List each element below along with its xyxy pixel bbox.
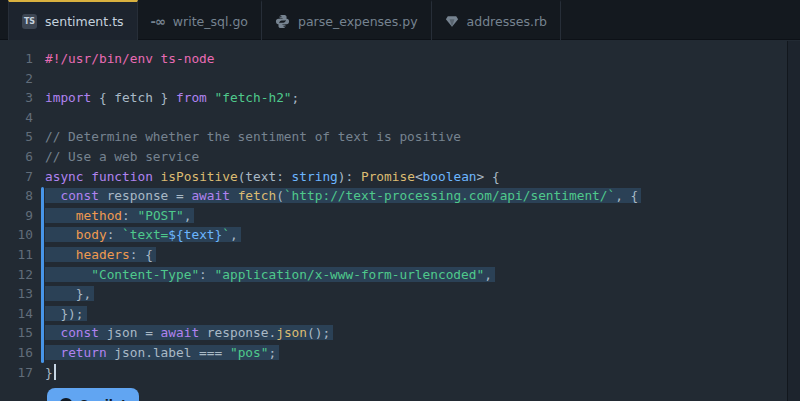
- tab-label: addresses.rb: [467, 14, 547, 29]
- code-text: const response = await fetch(`http://tex…: [33, 186, 641, 206]
- code-line[interactable]: 1#!/usr/bin/env ts-node: [0, 49, 800, 69]
- code-text: "Content-Type": "application/x-www-form-…: [33, 265, 495, 285]
- line-number[interactable]: 17: [0, 363, 33, 383]
- line-number[interactable]: 1: [0, 49, 33, 69]
- code-text: method: "POST",: [33, 206, 194, 226]
- line-number[interactable]: 9: [0, 206, 33, 226]
- code-text: #!/usr/bin/env ts-node: [33, 49, 215, 69]
- selected-text: const json = await response.json();: [45, 325, 333, 340]
- code-line[interactable]: 15 const json = await response.json();: [0, 323, 800, 343]
- selected-text: const response = await fetch(`http://tex…: [45, 188, 641, 203]
- line-number[interactable]: 4: [0, 108, 33, 128]
- line-number[interactable]: 8: [0, 186, 33, 206]
- tab-label: sentiment.ts: [45, 14, 124, 29]
- selected-text: method: "POST",: [45, 208, 194, 223]
- code-text: [33, 69, 45, 89]
- go-icon: -∞: [151, 15, 165, 28]
- code-text: }: [33, 363, 56, 383]
- code-text: const json = await response.json();: [33, 323, 333, 343]
- code-line[interactable]: 10 body: `text=${text}`,: [0, 225, 800, 245]
- text-cursor: [54, 364, 56, 380]
- code-text: body: `text=${text}`,: [33, 225, 241, 245]
- tab-label: write_sql.go: [173, 14, 248, 29]
- selected-text: headers: {: [45, 247, 156, 262]
- line-number[interactable]: 2: [0, 69, 33, 89]
- code-line[interactable]: 13 },: [0, 284, 800, 304]
- selected-text: "Content-Type": "application/x-www-form-…: [45, 267, 495, 282]
- code-text: import { fetch } from "fetch-h2";: [33, 88, 299, 108]
- tab-bar: TSsentiment.ts-∞write_sql.goparse_expens…: [0, 0, 800, 40]
- code-line[interactable]: 3import { fetch } from "fetch-h2";: [0, 88, 800, 108]
- code-text: // Determine whether the sentiment of te…: [33, 127, 461, 147]
- selected-text: });: [45, 306, 87, 321]
- python-icon: [275, 14, 290, 29]
- code-text: headers: {: [33, 245, 156, 265]
- code-text: [33, 108, 45, 128]
- code-line[interactable]: 2: [0, 69, 800, 89]
- line-number[interactable]: 16: [0, 343, 33, 363]
- code-text: // Use a web service: [33, 147, 199, 167]
- code-line[interactable]: 6// Use a web service: [0, 147, 800, 167]
- selected-text: body: `text=${text}`,: [45, 227, 241, 242]
- code-text: return json.label === "pos";: [33, 343, 279, 363]
- tab-sentiment.ts[interactable]: TSsentiment.ts: [8, 0, 138, 40]
- line-number[interactable]: 12: [0, 265, 33, 285]
- line-number[interactable]: 10: [0, 225, 33, 245]
- scrollbar-track[interactable]: [787, 41, 800, 401]
- line-number[interactable]: 7: [0, 167, 33, 187]
- line-number[interactable]: 3: [0, 88, 33, 108]
- typescript-icon: TS: [22, 14, 37, 29]
- copilot-badge[interactable]: Copilot: [47, 388, 139, 401]
- code-line[interactable]: 5// Determine whether the sentiment of t…: [0, 127, 800, 147]
- line-number[interactable]: 6: [0, 147, 33, 167]
- tab-label: parse_expenses.py: [298, 14, 418, 29]
- line-number[interactable]: 13: [0, 284, 33, 304]
- code-editor-window: TSsentiment.ts-∞write_sql.goparse_expens…: [0, 0, 800, 401]
- tab-addresses.rb[interactable]: addresses.rb: [432, 0, 561, 40]
- code-line[interactable]: 4: [0, 108, 800, 128]
- line-number[interactable]: 14: [0, 304, 33, 324]
- code-line[interactable]: 12 "Content-Type": "application/x-www-fo…: [0, 265, 800, 285]
- ruby-icon: [445, 14, 459, 28]
- tab-write_sql.go[interactable]: -∞write_sql.go: [138, 0, 262, 40]
- code-line[interactable]: 16 return json.label === "pos";: [0, 343, 800, 363]
- code-line[interactable]: 8 const response = await fetch(`http://t…: [0, 186, 800, 206]
- selected-text: return json.label === "pos";: [45, 345, 279, 360]
- line-number[interactable]: 5: [0, 127, 33, 147]
- code-line[interactable]: 17}: [0, 363, 800, 383]
- code-line[interactable]: 11 headers: {: [0, 245, 800, 265]
- tab-parse_expenses.py[interactable]: parse_expenses.py: [262, 0, 432, 40]
- line-number[interactable]: 11: [0, 245, 33, 265]
- code-line[interactable]: 7async function isPositive(text: string)…: [0, 167, 800, 187]
- code-line[interactable]: 9 method: "POST",: [0, 206, 800, 226]
- editor-pane[interactable]: 1#!/usr/bin/env ts-node23import { fetch …: [0, 40, 800, 382]
- selection-gutter-bar: [41, 187, 44, 363]
- code-line[interactable]: 14 });: [0, 304, 800, 324]
- code-text: async function isPositive(text: string):…: [33, 167, 500, 187]
- selected-text: },: [45, 286, 94, 301]
- code-area[interactable]: 1#!/usr/bin/env ts-node23import { fetch …: [0, 49, 800, 382]
- line-number[interactable]: 15: [0, 323, 33, 343]
